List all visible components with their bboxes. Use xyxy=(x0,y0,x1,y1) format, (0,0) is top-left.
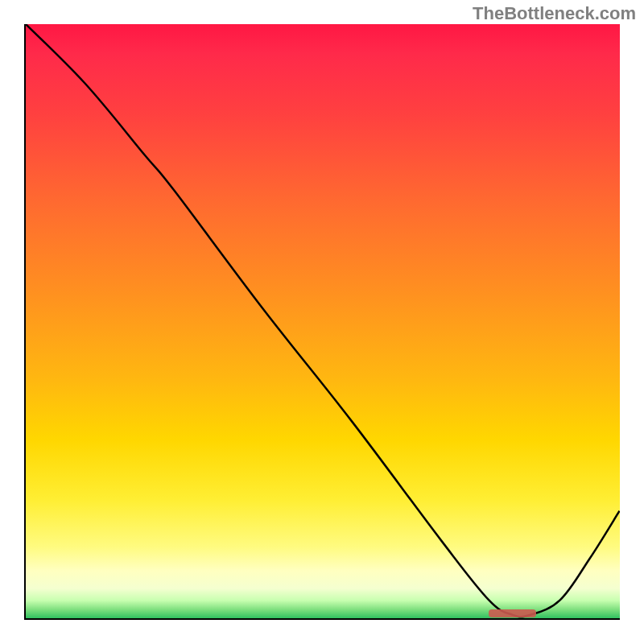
bottleneck-curve xyxy=(26,24,620,617)
chart-area xyxy=(24,24,620,620)
watermark-text: TheBottleneck.com xyxy=(473,3,636,24)
optimum-range-marker xyxy=(489,609,536,617)
chart-svg xyxy=(26,24,620,618)
